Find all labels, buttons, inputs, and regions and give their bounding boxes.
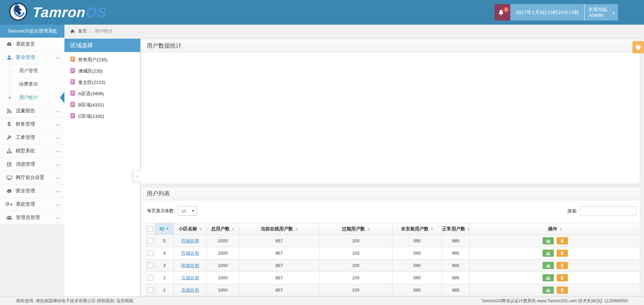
row-select-cell [146,235,155,247]
user-menu[interactable]: 欢迎光临, ADMIN ▼ [584,4,618,21]
brand-wordmark: TamronOS [32,4,107,21]
column-header[interactable]: ID▼ [155,223,174,235]
select-all-checkbox[interactable] [147,226,153,232]
column-header[interactable]: 操作▲▼ [470,223,641,235]
topbar-right-cluster: 8 2017年1月9日15时24分13秒 欢迎光临, ADMIN ▼ [495,4,618,21]
row-checkbox[interactable] [147,263,153,268]
region-item[interactable]: A区语(3456) [64,88,140,99]
chart-button[interactable] [543,250,554,257]
row-select-cell [146,259,155,272]
cell-community: 北城名都 [174,272,207,284]
region-item[interactable]: B区域(4332) [64,99,140,111]
dashboard-icon [5,41,13,47]
sidebar-item[interactable]: $财务管理 [0,118,64,131]
column-header[interactable]: 过期用户数▲▼ [319,223,392,235]
settings-fab-button[interactable] [632,41,644,53]
delete-button[interactable] [557,262,568,269]
monitor-icon [5,175,13,181]
sidebar-item[interactable]: 模型系统 [0,144,64,158]
sidebar-item[interactable]: 营业管理 [0,51,64,64]
region-doc-icon [70,68,75,74]
user-list-panel-title: 用户列表 [141,187,640,200]
row-checkbox[interactable] [147,238,153,244]
collapse-region-button[interactable]: ‹ [133,170,141,182]
sidebar-item[interactable]: 系统首页 [0,38,64,51]
row-checkbox[interactable] [147,287,153,293]
footer-license-text: 授权使用: 潍坊家园驿站电子技术有限公司 授权级别: 运营商版 [16,298,133,304]
community-link[interactable]: 北城名都 [181,275,199,280]
region-item[interactable]: 所有用户(235) [64,54,140,65]
sidebar-item[interactable]: 流量报告 [0,104,64,118]
delete-button[interactable] [557,250,568,257]
delete-button[interactable] [557,274,568,281]
chart-button[interactable] [543,237,554,244]
community-link[interactable]: 西城名都 [181,251,199,256]
cell-total-users: 1000 [207,259,239,272]
row-checkbox[interactable] [147,250,153,256]
column-header[interactable]: 当前在线用户数▲▼ [239,223,319,235]
table-row: 4西城名都1000857100590985 [146,247,641,259]
sidebar-subitem[interactable]: 续费查询 [0,78,64,91]
welcome-text: 欢迎光临, [588,7,608,12]
column-header[interactable]: 小区名称▲▼ [174,223,207,235]
sidebar-item[interactable]: 工单管理 [0,131,64,144]
search-input[interactable] [580,206,636,216]
stats-panel: 用户数据统计 [141,39,640,184]
community-link[interactable]: 西城名都 [181,238,199,243]
breadcrumb-current: 用户统计 [95,28,112,34]
chevron-down-icon [56,163,60,168]
row-checkbox[interactable] [147,275,153,281]
chevron-down-icon [56,203,60,208]
sidebar-subitem[interactable]: »用户统计 [0,91,64,104]
chart-button[interactable] [543,287,554,294]
region-item[interactable]: C区域(1332) [64,111,140,122]
sidebar-item-label: 工单管理 [16,135,35,141]
gauge-icon [5,188,13,194]
delete-button[interactable] [557,237,568,244]
column-label: ID [160,226,165,231]
user-table: ID▼小区名称▲▼总用户数▲▼当前在线用户数▲▼过期用户数▲▼未安装用户数▲▼正… [145,223,640,296]
region-item-label: 奎文区(2215) [78,79,106,86]
column-header[interactable]: 未安装用户数▲▼ [392,223,442,235]
notifications-button[interactable]: 8 [495,4,510,21]
sidebar-item[interactable]: ⚙⚙系统管理 [0,198,64,211]
community-link[interactable]: 东城名都 [181,288,199,293]
row-select-cell [146,272,155,284]
community-link[interactable]: 南城名都 [181,263,199,268]
table-header-row: ID▼小区名称▲▼总用户数▲▼当前在线用户数▲▼过期用户数▲▼未安装用户数▲▼正… [146,223,641,235]
cell-id: 1 [155,284,174,296]
chevron-down-icon [56,216,60,221]
page-size-select[interactable]: 10 ▼ [178,206,197,216]
region-item[interactable]: 奎文区(2215) [64,77,140,88]
sidebar-item[interactable]: 网厅前台设置 [0,171,64,185]
sidebar-item-label: 管理员管理 [16,215,40,221]
region-item-label: 潍城区(235) [78,68,103,74]
region-item[interactable]: 潍城区(235) [64,65,140,77]
sidebar-item[interactable]: 管理员管理 [0,211,64,225]
breadcrumb-home[interactable]: 首页 [78,28,87,34]
dollar-icon: $ [5,122,13,127]
delete-button[interactable] [557,287,568,294]
chart-button[interactable] [543,262,554,269]
tree-connector [10,71,15,71]
sort-icon: ▲▼ [367,227,369,231]
table-row: 3南城名都1000857100590985 [146,259,641,272]
sidebar-subitem[interactable]: 用户管理 [0,64,64,78]
top-header-bar: TamronOS 8 2017年1月9日15时24分13秒 欢迎光临, ADMI… [0,0,644,25]
column-label: 未安装用户数 [401,226,429,231]
column-header[interactable]: 总用户数▲▼ [207,223,239,235]
sort-icon: ▲▼ [232,227,234,231]
search-label: 搜索: [567,208,578,214]
cell-expired-users: 100 [319,235,392,247]
cell-community: 西城名都 [174,247,207,259]
sidebar-item[interactable]: 营业管理 [0,185,64,198]
chart-button[interactable] [543,274,554,281]
column-header[interactable]: 正常用户数▲▼ [442,223,470,235]
username: ADMIN [588,12,608,18]
cell-actions [470,247,641,259]
sort-desc-icon: ▼ [166,227,169,230]
sidebar-item[interactable]: 消息管理 [0,158,64,171]
region-doc-icon [70,90,75,97]
gears-icon: ⚙⚙ [5,201,13,207]
cell-id: 3 [155,259,174,272]
